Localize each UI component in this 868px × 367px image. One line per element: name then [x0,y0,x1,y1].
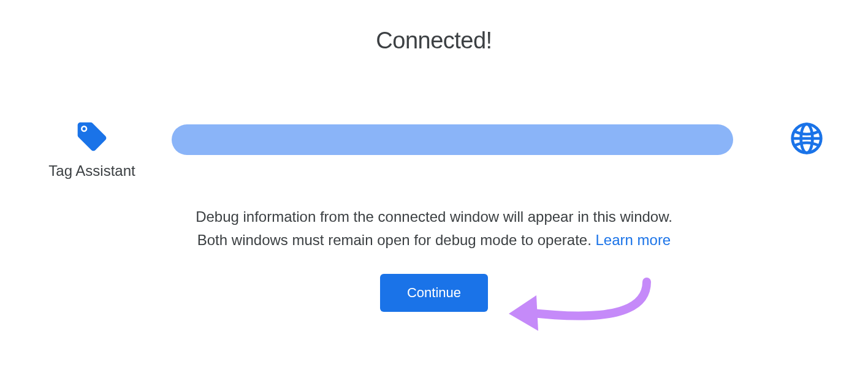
connection-progress-bar [172,124,733,155]
tag-assistant-block: Tag Assistant [31,118,153,180]
tag-assistant-icon [74,118,110,155]
globe-block [776,121,837,158]
globe-icon [790,121,824,158]
continue-button[interactable]: Continue [380,274,488,312]
button-row: Continue [380,274,488,312]
description-line2: Both windows must remain open for debug … [197,232,596,248]
connection-row: Tag Assistant [0,118,868,180]
svg-point-1 [83,127,86,131]
description-text: Debug information from the connected win… [196,205,672,252]
page-title: Connected! [376,28,492,54]
learn-more-link[interactable]: Learn more [595,232,671,248]
description-line1: Debug information from the connected win… [196,208,672,225]
tag-assistant-label: Tag Assistant [48,162,135,180]
